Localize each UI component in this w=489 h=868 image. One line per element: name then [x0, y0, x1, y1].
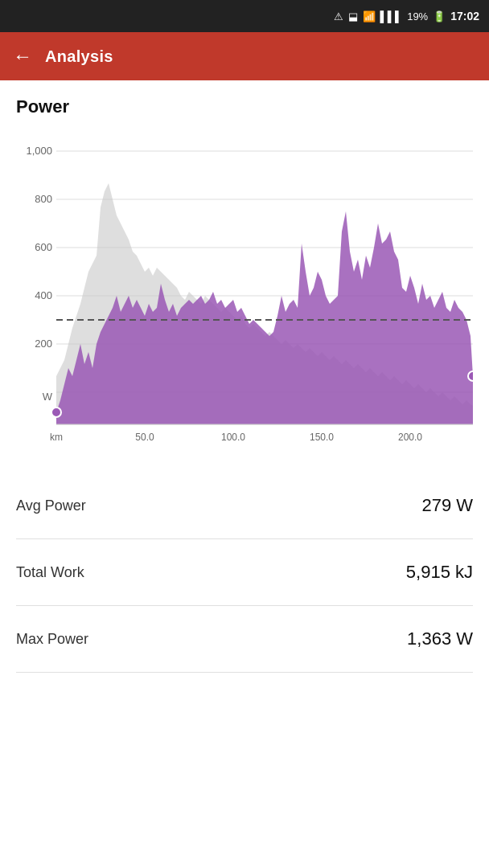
svg-text:150.0: 150.0 [310, 432, 334, 443]
signal-icon: ▌▌▌ [380, 10, 403, 23]
total-work-value: 5,915 kJ [406, 562, 473, 583]
avg-power-label: Avg Power [16, 497, 86, 514]
svg-text:W: W [43, 391, 53, 403]
svg-text:50.0: 50.0 [135, 432, 154, 443]
max-power-value: 1,363 W [407, 628, 473, 649]
battery-icon: 🔋 [433, 10, 446, 23]
chart-svg: 1,000 800 600 400 200 W km 50.0 100.0 15… [16, 127, 473, 465]
alert-icon: ⚠ [334, 10, 343, 23]
total-work-label: Total Work [16, 564, 84, 581]
back-button[interactable]: ← [13, 45, 32, 68]
bluetooth-icon: ⬓ [348, 10, 358, 23]
power-chart[interactable]: 1,000 800 600 400 200 W km 50.0 100.0 15… [16, 127, 473, 465]
svg-text:200: 200 [35, 338, 52, 350]
stat-row-max-power: Max Power 1,363 W [16, 606, 473, 673]
max-power-label: Max Power [16, 631, 88, 648]
app-bar: ← Analysis [0, 32, 489, 80]
stat-row-total-work: Total Work 5,915 kJ [16, 539, 473, 606]
svg-text:400: 400 [35, 289, 52, 301]
avg-power-value: 279 W [421, 495, 473, 516]
svg-text:200.0: 200.0 [398, 432, 422, 443]
svg-point-16 [51, 407, 61, 417]
svg-text:600: 600 [35, 241, 52, 253]
svg-text:km: km [50, 432, 63, 443]
section-title: Power [16, 96, 473, 117]
main-content: Power 1,000 800 600 400 200 W [0, 80, 489, 673]
battery-level: 19% [407, 10, 428, 23]
page-title: Analysis [45, 47, 113, 66]
status-bar: ⚠ ⬓ 📶 ▌▌▌ 19% 🔋 17:02 [0, 0, 489, 32]
svg-point-17 [468, 371, 473, 381]
svg-text:800: 800 [35, 193, 52, 205]
svg-text:100.0: 100.0 [221, 432, 245, 443]
stat-row-avg-power: Avg Power 279 W [16, 473, 473, 539]
status-time: 17:02 [450, 10, 479, 23]
stats-container: Avg Power 279 W Total Work 5,915 kJ Max … [16, 473, 473, 673]
svg-text:1,000: 1,000 [26, 145, 52, 157]
wifi-icon: 📶 [363, 10, 376, 23]
status-icons: ⚠ ⬓ 📶 ▌▌▌ 19% 🔋 17:02 [334, 10, 479, 23]
